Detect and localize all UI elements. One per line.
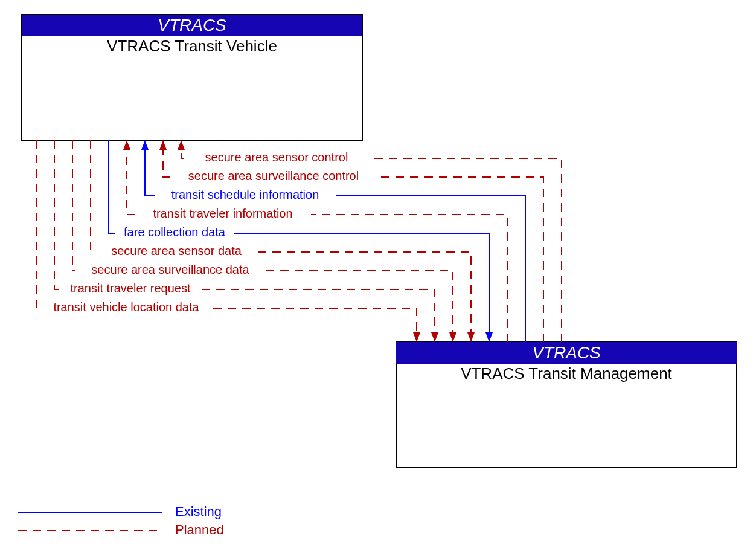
svg-marker-9 bbox=[467, 332, 475, 342]
svg-marker-4 bbox=[178, 140, 185, 150]
label-secure-area-sensor-data: secure area sensor data bbox=[111, 244, 242, 257]
svg-marker-12 bbox=[413, 332, 420, 342]
svg-marker-7 bbox=[123, 140, 130, 150]
label-secure-area-sensor-control: secure area sensor control bbox=[205, 150, 348, 164]
label-secure-area-surveillance-data: secure area surveillance data bbox=[91, 263, 249, 276]
management-header: VTRACS bbox=[532, 343, 601, 362]
vehicle-header: VTRACS bbox=[158, 16, 226, 34]
label-transit-traveler-request: transit traveler request bbox=[71, 282, 191, 295]
label-transit-traveler-information: transit traveler information bbox=[153, 207, 292, 220]
label-transit-schedule-information: transit schedule information bbox=[171, 188, 319, 201]
label-secure-area-surveillance-control: secure area surveillance control bbox=[188, 169, 359, 183]
legend-planned-label: Planned bbox=[175, 522, 224, 537]
vehicle-title: VTRACS Transit Vehicle bbox=[107, 37, 277, 55]
legend: Existing Planned bbox=[18, 504, 224, 537]
svg-marker-11 bbox=[431, 332, 438, 342]
svg-marker-8 bbox=[485, 332, 493, 342]
svg-marker-6 bbox=[141, 140, 149, 150]
management-title: VTRACS Transit Management bbox=[461, 364, 672, 383]
flow-secure-area-surveillance-control: secure area surveillance control bbox=[159, 140, 543, 342]
node-transit-management: VTRACS VTRACS Transit Management bbox=[396, 342, 737, 468]
svg-marker-10 bbox=[449, 332, 456, 342]
label-fare-collection-data: fare collection data bbox=[124, 225, 226, 239]
label-transit-vehicle-location-data: transit vehicle location data bbox=[53, 300, 199, 314]
legend-existing-label: Existing bbox=[175, 504, 222, 519]
architecture-diagram: VTRACS VTRACS Transit Vehicle VTRACS VTR… bbox=[0, 0, 756, 559]
node-transit-vehicle: VTRACS VTRACS Transit Vehicle bbox=[22, 15, 362, 140]
svg-marker-5 bbox=[159, 140, 167, 150]
